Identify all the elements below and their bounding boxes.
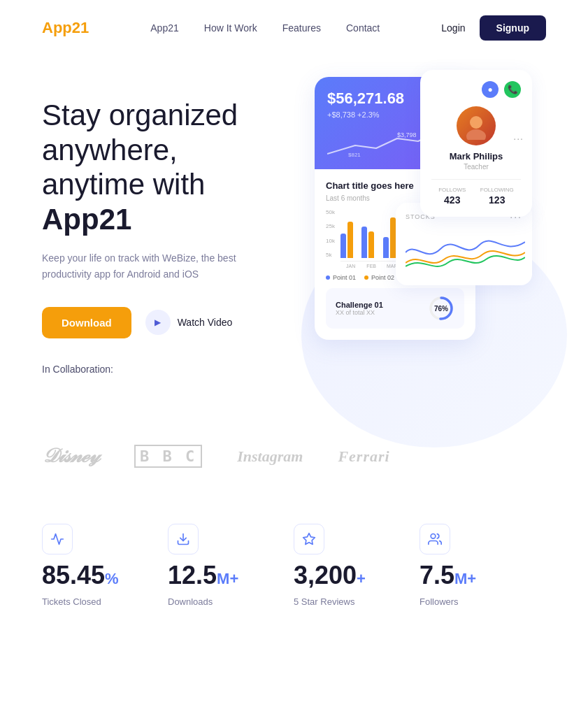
navbar: App21 App21 How It Work Features Contact…	[0, 0, 588, 56]
reviews-icon	[294, 524, 324, 554]
tickets-number: 85.45	[42, 563, 105, 588]
hero-text: Stay organized anywhere, anytime with Ap…	[42, 70, 308, 392]
downloads-desc: Downloads	[168, 596, 259, 607]
following-value: 123	[480, 194, 514, 206]
nav-link-how-it-work[interactable]: How It Work	[204, 22, 257, 34]
logo-accent: 21	[72, 19, 89, 36]
svg-point-9	[431, 534, 436, 539]
progress-circle: 76%	[428, 295, 454, 322]
svg-point-5	[470, 116, 482, 129]
ferrari-logo: Ferrari	[338, 448, 389, 466]
play-icon: ▶	[145, 310, 171, 335]
collab-label: In Collaboration:	[42, 364, 308, 375]
reviews-number: 3,200	[294, 563, 357, 588]
nav-actions: Login Signup	[441, 15, 546, 41]
followers-number: 7.5	[420, 563, 454, 588]
signup-button[interactable]: Signup	[480, 15, 546, 41]
profile-card-icons: ● 📞	[431, 81, 521, 98]
hero-subtext: Keep your life on track with WeBize, the…	[42, 250, 252, 282]
avatar	[457, 106, 496, 145]
login-button[interactable]: Login	[441, 22, 465, 34]
disney-logo: 𝒟𝒾𝓈𝓃ℯ𝓎	[42, 445, 99, 468]
followers-desc: Followers	[420, 596, 510, 607]
stat-downloads: 12.5 M+ Downloads	[168, 524, 259, 607]
nav-link-app21[interactable]: App21	[150, 22, 178, 34]
svg-marker-8	[303, 534, 315, 545]
hero-section: Stay organized anywhere, anytime with Ap…	[0, 56, 588, 420]
stocks-chart	[406, 228, 522, 277]
stat-tickets: 85.45 % Tickets Closed	[42, 524, 133, 607]
logo[interactable]: App21	[42, 19, 89, 37]
followers-icon	[420, 524, 450, 554]
logo-app: App	[42, 19, 72, 36]
chart-y-labels: 50k25k10k5k	[326, 209, 338, 258]
profile-role: Teacher	[431, 163, 521, 171]
following-label: FOLLOWING	[480, 187, 514, 193]
hero-visuals: $56,271.68 +$8,738 +2.3% $3,798 $821 Cha…	[308, 70, 546, 392]
svg-text:$821: $821	[348, 152, 361, 158]
followers-unit: M+	[454, 570, 476, 588]
challenge-label: Challenge 01	[336, 301, 383, 309]
profile-stats: FOLLOWS 423 FOLLOWING 123	[431, 179, 521, 206]
reviews-unit: +	[357, 570, 366, 588]
watch-video-button[interactable]: ▶ Watch Video	[145, 310, 233, 335]
collab-logos: 𝒟𝒾𝓈𝓃ℯ𝓎 B B C Instagram Ferrari	[42, 445, 546, 468]
profile-icon-green: 📞	[504, 81, 521, 98]
profile-card: ● 📞 Mark Philips Teacher ··· FOLLOWS 423…	[420, 70, 532, 217]
challenge-row: Challenge 01 XX of total XX 76%	[326, 288, 464, 329]
nav-link-features[interactable]: Features	[282, 22, 321, 34]
followers-value: 423	[438, 194, 466, 206]
profile-name: Mark Philips	[431, 151, 521, 162]
stat-followers: 7.5 M+ Followers	[420, 524, 510, 607]
tickets-icon	[42, 524, 73, 554]
hero-heading: Stay organized anywhere, anytime with Ap…	[42, 98, 308, 236]
tickets-desc: Tickets Closed	[42, 596, 133, 607]
svg-text:$3,798: $3,798	[397, 131, 417, 138]
svg-point-6	[466, 129, 486, 140]
chart-title: Chart title goes here	[326, 180, 414, 191]
instagram-logo: Instagram	[237, 448, 303, 466]
downloads-icon	[168, 524, 199, 554]
profile-icon-blue: ●	[482, 81, 499, 98]
reviews-desc: 5 Star Reviews	[294, 596, 385, 607]
tickets-unit: %	[105, 570, 119, 588]
followers-label: FOLLOWS	[438, 187, 466, 193]
hero-actions: Download ▶ Watch Video	[42, 307, 308, 338]
download-button[interactable]: Download	[42, 307, 131, 338]
downloads-unit: M+	[217, 570, 238, 588]
stat-reviews: 3,200 + 5 Star Reviews	[294, 524, 385, 607]
profile-menu-dots[interactable]: ···	[513, 133, 524, 144]
stats-section: 85.45 % Tickets Closed 12.5 M+ Downloads…	[0, 503, 588, 649]
challenge-sub: XX of total XX	[336, 309, 383, 316]
downloads-number: 12.5	[168, 563, 217, 588]
progress-text: 76%	[428, 295, 454, 322]
bbc-logo: B B C	[134, 445, 202, 468]
nav-links: App21 How It Work Features Contact	[150, 22, 380, 34]
nav-link-contact[interactable]: Contact	[346, 22, 380, 34]
